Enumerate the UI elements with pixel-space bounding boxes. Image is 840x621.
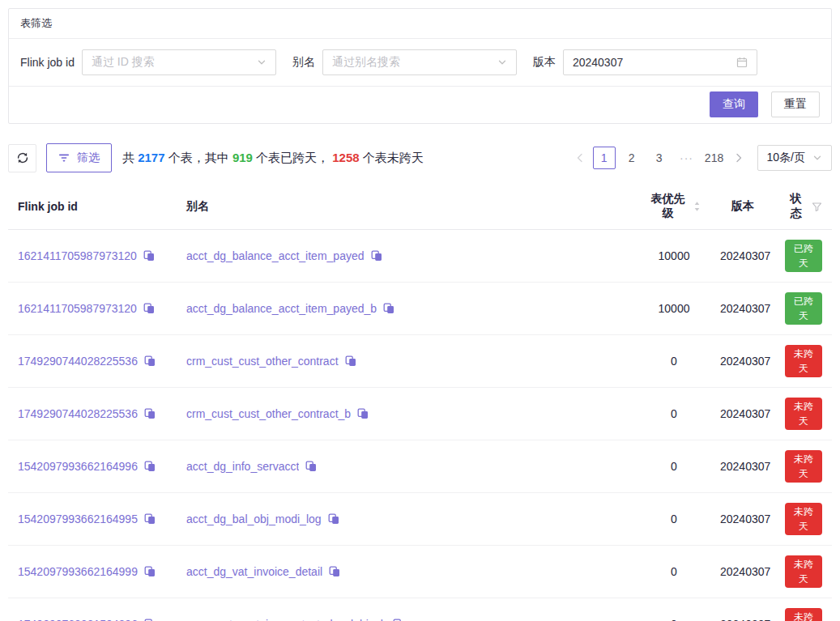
version-cell: 20240307 xyxy=(710,598,775,621)
alias-link[interactable]: acct_dg_vat_invoice_detail xyxy=(186,565,322,578)
job-id-select[interactable]: 通过 ID 搜索 xyxy=(82,49,276,75)
crossed-count: 919 xyxy=(232,151,253,164)
copy-icon[interactable] xyxy=(144,355,156,367)
job-id-placeholder: 通过 ID 搜索 xyxy=(92,55,257,70)
filter-group-job-id: Flink job id 通过 ID 搜索 xyxy=(20,49,276,75)
page-size-select[interactable]: 10条/页 xyxy=(757,145,832,171)
copy-icon[interactable] xyxy=(329,566,340,577)
version-cell: 20240307 xyxy=(710,493,775,546)
copy-icon[interactable] xyxy=(144,566,156,577)
alias-link[interactable]: acct_dg_balance_acct_item_payed xyxy=(186,249,365,262)
priority-cell: 10000 xyxy=(637,230,710,283)
copy-icon[interactable] xyxy=(383,303,394,314)
summary-mid1: 个表，其中 xyxy=(165,151,232,164)
tables-table: Flink job id 别名 表优先级 版本 状态 xyxy=(8,184,832,621)
table-row: 1542097993662164999 acct_dg_vat_invoice_… xyxy=(8,546,832,598)
priority-cell: 0 xyxy=(637,493,710,546)
version-date-input[interactable]: 20240307 xyxy=(563,49,757,75)
job-id-link[interactable]: 1621411705987973120 xyxy=(18,249,137,262)
page-button-218[interactable]: 218 xyxy=(703,147,726,169)
version-cell: 20240307 xyxy=(710,440,775,493)
job-id-link[interactable]: 1542097993662164999 xyxy=(18,565,138,578)
job-id-link[interactable]: 1542097993662164996 xyxy=(18,460,138,473)
not-crossed-count: 1258 xyxy=(332,151,359,164)
filter-card-title: 表筛选 xyxy=(9,9,831,39)
toolbar: 筛选 共 2177 个表，其中 919 个表已跨天， 1258 个表未跨天 12… xyxy=(8,143,832,172)
copy-icon[interactable] xyxy=(371,250,382,262)
alias-link[interactable]: crm_cust_cust_other_contract_b xyxy=(186,407,351,420)
copy-icon[interactable] xyxy=(143,250,155,262)
alias-link[interactable]: crm_cust_cust_im_cust_starlevel_his_b xyxy=(186,618,386,621)
page-button-3[interactable]: 3 xyxy=(648,147,671,169)
alias-select[interactable]: 通过别名搜索 xyxy=(322,49,517,75)
next-page-button[interactable] xyxy=(728,147,749,169)
job-id-link[interactable]: 1542097993662164995 xyxy=(18,513,138,525)
page-items: 123···218 xyxy=(591,147,728,169)
summary-mid2: 个表已跨天， xyxy=(253,151,332,164)
refresh-icon xyxy=(16,151,29,164)
version-cell: 20240307 xyxy=(710,335,775,388)
version-label: 版本 xyxy=(533,55,556,70)
priority-cell: 0 xyxy=(637,388,710,440)
filter-button-label: 筛选 xyxy=(77,151,100,165)
column-header-status[interactable]: 状态 xyxy=(775,184,832,230)
copy-icon[interactable] xyxy=(143,303,155,314)
filter-actions-row: 查询 重置 xyxy=(9,87,831,123)
alias-link[interactable]: acct_dg_balance_acct_item_payed_b xyxy=(186,302,377,315)
status-cell: 已跨天 xyxy=(775,230,832,283)
status-badge: 未跨天 xyxy=(785,450,822,483)
query-button[interactable]: 查询 xyxy=(710,91,758,117)
job-id-link[interactable]: 1749290744028225536 xyxy=(18,407,138,420)
alias-link[interactable]: acct_dg_info_servacct xyxy=(186,460,299,473)
version-cell: 20240307 xyxy=(710,283,775,335)
copy-icon[interactable] xyxy=(328,513,339,525)
filter-group-version: 版本 20240307 xyxy=(533,49,757,75)
copy-icon[interactable] xyxy=(144,461,156,472)
status-badge: 未跨天 xyxy=(785,555,822,588)
summary-suffix: 个表未跨天 xyxy=(360,151,424,164)
version-cell: 20240307 xyxy=(710,230,775,283)
alias-link[interactable]: acct_dg_bal_obj_modi_log xyxy=(186,513,322,525)
status-cell: 未跨天 xyxy=(775,598,832,621)
refresh-button[interactable] xyxy=(8,144,36,172)
filter-lines-icon xyxy=(58,152,70,164)
status-badge: 未跨天 xyxy=(785,503,822,535)
sorter-icon[interactable] xyxy=(693,201,701,212)
filter-card: 表筛选 Flink job id 通过 ID 搜索 别名 通过别名搜索 xyxy=(8,8,832,124)
chevron-down-icon xyxy=(257,57,266,67)
priority-cell: 0 xyxy=(637,335,710,388)
summary-text: 共 2177 个表，其中 919 个表已跨天， 1258 个表未跨天 xyxy=(122,151,424,166)
copy-icon[interactable] xyxy=(357,408,369,419)
filter-button[interactable]: 筛选 xyxy=(46,143,112,172)
status-header-label: 状态 xyxy=(785,192,807,221)
filter-group-alias: 别名 通过别名搜索 xyxy=(292,49,517,75)
page-button-1[interactable]: 1 xyxy=(593,147,616,169)
reset-button[interactable]: 重置 xyxy=(771,91,820,117)
total-count: 2177 xyxy=(138,151,164,164)
funnel-filter-icon[interactable] xyxy=(812,202,822,212)
status-cell: 未跨天 xyxy=(775,493,832,546)
column-header-priority[interactable]: 表优先级 xyxy=(637,184,710,230)
copy-icon[interactable] xyxy=(345,355,356,367)
table-body: 1621411705987973120 acct_dg_balance_acct… xyxy=(8,230,832,621)
page: 表筛选 Flink job id 通过 ID 搜索 别名 通过别名搜索 xyxy=(0,0,840,621)
summary-prefix: 共 xyxy=(122,151,138,164)
priority-cell: 10000 xyxy=(637,283,710,335)
version-cell: 20240307 xyxy=(710,546,775,598)
status-cell: 未跨天 xyxy=(775,335,832,388)
copy-icon[interactable] xyxy=(144,408,156,419)
alias-link[interactable]: crm_cust_cust_other_contract xyxy=(186,355,339,368)
page-ellipsis[interactable]: ··· xyxy=(676,147,698,169)
job-id-link[interactable]: 1749290744028225536 xyxy=(18,355,138,368)
page-button-2[interactable]: 2 xyxy=(620,147,643,169)
column-header-id: Flink job id xyxy=(8,184,177,230)
copy-icon[interactable] xyxy=(144,513,156,525)
job-id-link[interactable]: 1621411705987973120 xyxy=(18,302,137,315)
prev-page-button[interactable] xyxy=(569,147,591,169)
alias-label: 别名 xyxy=(292,55,315,70)
page-size-value: 10条/页 xyxy=(767,151,805,165)
version-value: 20240307 xyxy=(573,56,736,69)
version-cell: 20240307 xyxy=(710,388,775,440)
job-id-link[interactable]: 1749290762231504896 xyxy=(18,618,138,621)
copy-icon[interactable] xyxy=(305,461,317,472)
